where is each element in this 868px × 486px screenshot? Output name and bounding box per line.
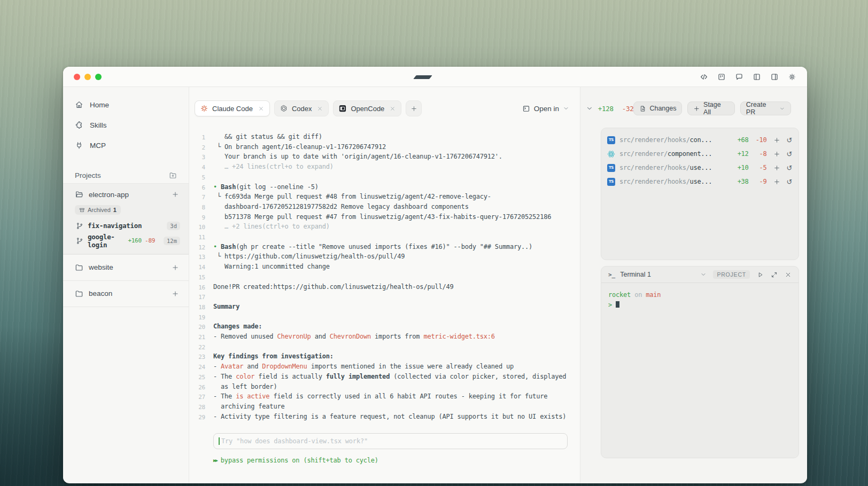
sidebar-item-mcp[interactable]: MCP xyxy=(63,135,189,155)
project-name: website xyxy=(89,263,113,271)
branch-row-fix-navigation[interactable]: fix-navigation 3d xyxy=(63,218,189,233)
changed-file-row[interactable]: TSsrc/renderer/hooks/con...+68-10↺ xyxy=(607,133,792,147)
line-text xyxy=(213,232,217,242)
line-number: 10 xyxy=(193,222,205,232)
react-file-icon xyxy=(607,150,615,158)
archived-count: 1 xyxy=(113,207,117,213)
close-terminal-icon[interactable] xyxy=(785,271,792,278)
code-icon[interactable] xyxy=(700,73,708,81)
panel-left-icon[interactable] xyxy=(753,73,761,81)
stage-file-plus-icon[interactable] xyxy=(773,151,780,158)
terminal-line: 12• Bash(gh pr create --title "Remove un… xyxy=(193,242,580,253)
chat-icon[interactable] xyxy=(735,73,743,81)
tab-claude-code[interactable]: Claude Code xyxy=(195,100,270,116)
branch-name: google-login xyxy=(88,233,123,249)
puzzle-icon xyxy=(75,121,83,129)
changed-file-row[interactable]: src/renderer/component...+12-8↺ xyxy=(607,147,792,161)
file-dir: src/renderer/hooks/ xyxy=(619,136,690,144)
collapse-panel-chevron-icon[interactable] xyxy=(586,105,593,112)
new-project-folder-icon[interactable] xyxy=(169,171,177,179)
terminal-line: 22 xyxy=(193,342,580,352)
plus-icon xyxy=(410,105,417,112)
agent-tabs: Claude Code Codex OpenCode xyxy=(189,87,580,116)
stage-file-plus-icon[interactable] xyxy=(773,178,780,185)
sidebar-item-home[interactable]: Home xyxy=(63,95,189,115)
line-text xyxy=(213,292,217,302)
close-tab-icon[interactable] xyxy=(258,106,264,112)
terminal-panel-body[interactable]: rocket on main > xyxy=(601,283,799,317)
terminal-output: 1 && git status && git diff)2 └ On branc… xyxy=(193,132,580,422)
project-name: beacon xyxy=(89,289,112,297)
file-diff-icon xyxy=(639,105,646,112)
zoom-window-button[interactable] xyxy=(95,74,102,80)
line-number: 1 xyxy=(193,132,205,143)
line-number: 3 xyxy=(193,152,205,162)
terminal-line: 4 … +24 lines(ctrl+o to expand) xyxy=(193,162,580,173)
terminal-panel: >_ Terminal 1 PROJECT rocket on main > xyxy=(601,266,799,458)
file-deletions: -5 xyxy=(748,164,766,171)
archived-row[interactable]: Archived 1 xyxy=(63,205,189,218)
changed-file-row[interactable]: TSsrc/renderer/hooks/use...+38-9↺ xyxy=(607,175,792,189)
project-row-electron-app[interactable]: electron-app xyxy=(63,184,189,205)
expand-icon[interactable] xyxy=(771,271,778,278)
line-text: archiving feature xyxy=(213,402,284,412)
line-text: └ https://github.com/linuswetzig/health-… xyxy=(213,252,405,262)
branch-row-google-login[interactable]: google-login +160 -89 12m xyxy=(63,233,189,248)
discard-file-undo-icon[interactable]: ↺ xyxy=(786,151,792,158)
discard-file-undo-icon[interactable]: ↺ xyxy=(786,137,792,144)
stage-file-plus-icon[interactable] xyxy=(773,137,780,144)
close-window-button[interactable] xyxy=(74,74,80,80)
line-number: 26 xyxy=(193,382,205,393)
project-row-website[interactable]: website xyxy=(63,255,189,280)
stage-file-plus-icon[interactable] xyxy=(773,164,780,171)
terminal-line: 21- Removed unused ChevronUp and Chevron… xyxy=(193,332,580,342)
tab-codex[interactable]: Codex xyxy=(274,100,329,116)
tab-label: OpenCode xyxy=(351,105,384,113)
text-caret xyxy=(219,437,220,445)
project-row-beacon[interactable]: beacon xyxy=(63,281,189,307)
create-pr-button[interactable]: Create PR xyxy=(740,101,791,115)
changes-button[interactable]: Changes xyxy=(633,101,682,115)
sidebar-item-label: Home xyxy=(90,101,109,109)
gear-icon[interactable] xyxy=(788,73,796,81)
kanban-icon[interactable] xyxy=(717,73,726,81)
archive-icon xyxy=(79,207,85,213)
projects-label: Projects xyxy=(75,171,101,179)
line-text: && git status && git diff) xyxy=(213,132,322,143)
branch-name: fix-navigation xyxy=(88,222,142,230)
total-deletions: -32 xyxy=(622,105,634,113)
prompt-input[interactable]: Try "how does dashboard-view.tsx work?" xyxy=(213,433,568,449)
stage-all-button[interactable]: Stage All xyxy=(687,101,734,115)
sidebar-item-skills[interactable]: Skills xyxy=(63,115,189,135)
new-session-plus-icon[interactable] xyxy=(172,290,179,297)
terminal-line: 16Done!PR created:https://github.com/lin… xyxy=(193,283,580,293)
terminal-select-chevron-icon[interactable] xyxy=(700,271,707,278)
tab-opencode[interactable]: OpenCode xyxy=(333,100,401,116)
line-text: - The color field is actually fully impl… xyxy=(213,372,566,382)
changes-actions: Changes Stage All Create PR xyxy=(633,101,791,115)
new-tab-button[interactable] xyxy=(406,100,422,116)
line-number: 9 xyxy=(193,213,205,223)
new-session-plus-icon[interactable] xyxy=(172,264,179,271)
new-session-plus-icon[interactable] xyxy=(172,191,179,198)
open-in-dropdown[interactable]: Open in xyxy=(522,105,569,113)
minimize-window-button[interactable] xyxy=(84,74,91,80)
line-number: 28 xyxy=(193,402,205,412)
line-number: 19 xyxy=(193,312,205,323)
discard-file-undo-icon[interactable]: ↺ xyxy=(786,178,792,185)
block-cursor xyxy=(616,301,619,308)
line-text xyxy=(213,312,217,323)
close-tab-icon[interactable] xyxy=(317,106,323,112)
sidebar-nav: Home Skills MCP xyxy=(63,87,189,158)
terminal-line: 6• Bash(git log --oneline -5) xyxy=(193,183,580,193)
prompt-placeholder: Try "how does dashboard-view.tsx work?" xyxy=(221,437,368,445)
panel-right-icon[interactable] xyxy=(770,73,779,81)
changed-file-row[interactable]: TSsrc/renderer/hooks/use...+10-5↺ xyxy=(607,161,792,175)
session-main: Claude Code Codex OpenCode xyxy=(189,87,580,483)
close-tab-icon[interactable] xyxy=(390,106,396,112)
chevron-down-icon xyxy=(779,106,785,112)
discard-file-undo-icon[interactable]: ↺ xyxy=(786,164,792,171)
permissions-status[interactable]: ▶▶ bypass permissions on (shift+tab to c… xyxy=(213,457,568,464)
run-icon[interactable] xyxy=(757,271,764,278)
line-number: 14 xyxy=(193,262,205,272)
